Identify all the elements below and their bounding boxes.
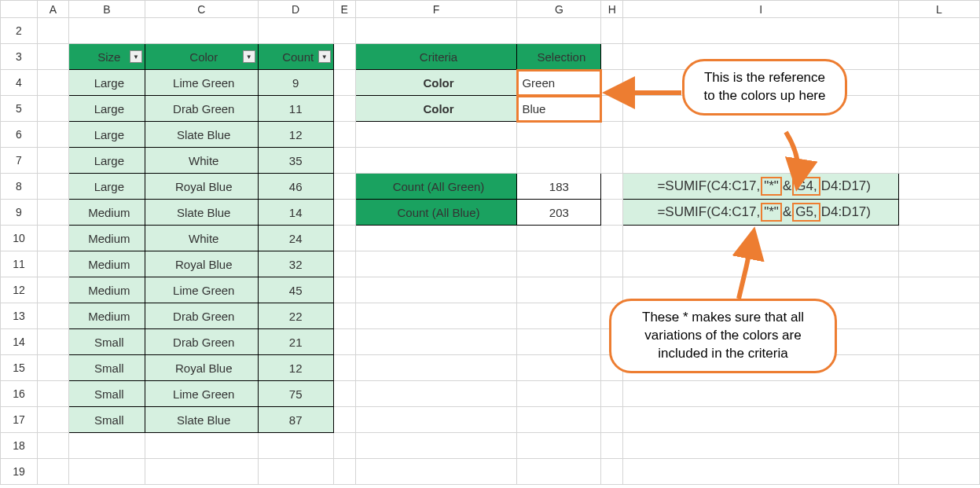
annotation-arrows xyxy=(0,0,980,488)
arrow-icon xyxy=(739,236,753,299)
arrow-icon xyxy=(786,132,798,182)
